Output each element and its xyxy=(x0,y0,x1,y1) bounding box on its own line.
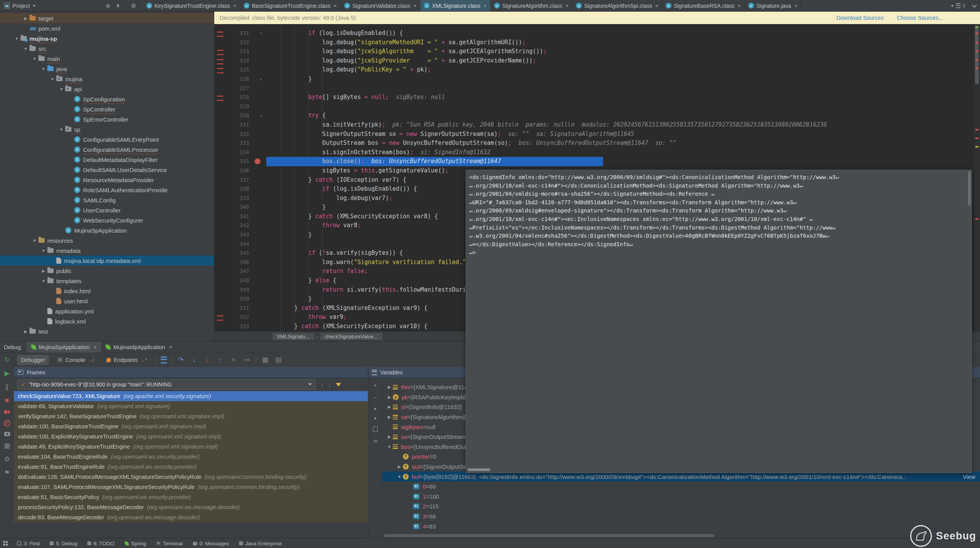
hidden-tabs-dropdown[interactable]: 3 xyxy=(951,0,980,11)
tree-collapsed-icon[interactable]: ▶ xyxy=(22,329,29,334)
editor-tab[interactable]: cBaseSignatureTrustEngine.class× xyxy=(240,0,341,11)
variable-row-0[interactable]: 010 = 60 xyxy=(382,482,980,492)
stack-frame-row[interactable]: evaluate:104, BaseTrustEngineRule(org.op… xyxy=(14,452,368,462)
tree-item-test[interactable]: ▶test xyxy=(0,326,214,336)
stack-frame-row[interactable]: validate:49, ExplicitKeySignatureTrustEn… xyxy=(14,442,368,452)
tree-expanded-icon[interactable]: ▼ xyxy=(57,87,65,91)
tree-item-RoleSAMLAuthenticationProvide[interactable]: cRoleSAMLAuthenticationProvide xyxy=(0,185,214,195)
view-breakpoints-icon[interactable] xyxy=(4,410,10,414)
prev-frame-icon[interactable]: ↑ xyxy=(321,381,324,388)
editor-tab[interactable]: cSignatureBaseRSA.class× xyxy=(662,0,745,11)
view-link[interactable]: View xyxy=(963,473,975,480)
tree-expanded-icon[interactable]: ▼ xyxy=(40,279,47,283)
close-icon[interactable]: × xyxy=(738,3,741,9)
close-icon[interactable]: × xyxy=(655,3,658,9)
popup-vscrollbar-thumb[interactable] xyxy=(968,171,971,205)
chevron-icon[interactable] xyxy=(972,3,977,8)
close-icon[interactable]: × xyxy=(413,3,416,9)
layout-settings-icon[interactable]: ▤ xyxy=(274,356,283,364)
tree-item-SpController[interactable]: cSpController xyxy=(0,104,214,114)
stack-frame-row[interactable]: checkSignatureValue:723, XMLSignature(or… xyxy=(14,391,368,401)
show-watches-icon[interactable]: ∞ xyxy=(373,438,377,444)
close-icon[interactable]: × xyxy=(233,3,236,9)
move-up-icon[interactable]: ▲ xyxy=(373,406,377,411)
stack-frame-row[interactable]: processSecurityPolicy:132, BaseMessageDe… xyxy=(14,502,368,512)
close-icon[interactable]: × xyxy=(794,3,797,9)
tree-expanded-icon[interactable]: ▼ xyxy=(22,47,29,51)
tool-tab-console[interactable]: ▸Console→| xyxy=(54,355,98,365)
pause-icon[interactable]: ∥ xyxy=(3,383,11,391)
tree-item-SpErrorController[interactable]: cSpErrorController xyxy=(0,114,214,124)
status-item-debug[interactable]: 5: Debug xyxy=(45,538,82,548)
status-item-messages[interactable]: 0: Messages xyxy=(188,538,234,548)
editor-tab[interactable]: cSignature.java× xyxy=(745,0,801,11)
tree-item-mujina[interactable]: ▼mujina xyxy=(0,74,214,84)
tree-item-api[interactable]: ▼api xyxy=(0,84,214,94)
stack-frame-row[interactable]: evaluate:107, SAMLProtocolMessageXMLSign… xyxy=(14,482,368,492)
tool-window-quick-access-icon[interactable] xyxy=(3,541,8,546)
duplicate-icon[interactable] xyxy=(373,426,378,432)
editor-scrollbar[interactable] xyxy=(974,24,980,331)
tree-item-ConfigurableSAMLEntryPoint[interactable]: cConfigurableSAMLEntryPoint xyxy=(0,134,214,144)
status-item-todo[interactable]: 6: TODO xyxy=(82,538,120,548)
variable-row-1[interactable]: 011 = 100 xyxy=(382,492,980,502)
tree-item-WebSecurityConfigurer[interactable]: cWebSecurityConfigurer xyxy=(0,215,214,225)
gear-icon[interactable]: ⚙ xyxy=(131,2,136,9)
editor-tab[interactable]: cKeySignatureTrustEngine.class× xyxy=(143,0,240,11)
tree-collapsed-icon[interactable]: ▶ xyxy=(386,435,393,439)
tree-collapsed-icon[interactable]: ▶ xyxy=(386,405,393,409)
tree-item-ResourceMetadataProvider[interactable]: cResourceMetadataProvider xyxy=(0,175,214,185)
run-to-cursor-icon[interactable]: ↦ xyxy=(243,356,251,364)
resume-icon[interactable]: ▶ xyxy=(3,369,11,378)
debug-session-tab[interactable]: MujinaSpApplication× xyxy=(27,341,101,353)
variable-row-2[interactable]: 012 = 115 xyxy=(382,501,980,511)
tree-collapsed-icon[interactable]: ▶ xyxy=(22,16,29,21)
tree-item-resources[interactable]: ▼resources xyxy=(0,235,214,245)
close-icon[interactable]: × xyxy=(334,3,337,9)
tree-collapsed-icon[interactable]: ▶ xyxy=(396,464,403,469)
close-icon[interactable]: × xyxy=(565,3,569,9)
tree-item-SpConfiguration[interactable]: cSpConfiguration xyxy=(0,94,214,104)
tree-item-SAMLConfig[interactable]: cSAMLConfig xyxy=(0,195,214,205)
variable-row-4[interactable]: 014 = 83 xyxy=(382,521,980,531)
tree-item-public[interactable]: ▶public xyxy=(0,266,214,276)
stack-frame-row[interactable]: validate:69, SignatureValidator(org.open… xyxy=(14,401,368,411)
tree-expanded-icon[interactable]: ▼ xyxy=(396,475,403,479)
tree-item-src[interactable]: ▼src xyxy=(0,43,214,54)
tree-item-DefaultSAMLUserDetailsService[interactable]: cDefaultSAMLUserDetailsService xyxy=(0,165,214,175)
download-sources-link[interactable]: Download Sources xyxy=(836,15,884,21)
editor-tab[interactable]: cSignatureAlgorithm.class× xyxy=(491,0,572,11)
tool-tab-debugger[interactable]: Debugger xyxy=(17,355,49,365)
variables-hscrollbar-thumb[interactable] xyxy=(384,534,714,537)
breadcrumb-class[interactable]: XMLSignatu... xyxy=(272,333,314,340)
thread-dropdown[interactable]: ✓ "http-nio-9090-exec-9"@10,900 in group… xyxy=(17,379,316,390)
step-over-icon[interactable]: ↷ xyxy=(177,356,185,364)
tree-item-logback.xml[interactable]: logback.xml xyxy=(0,316,214,326)
tree-expanded-icon[interactable]: ▼ xyxy=(31,238,38,243)
stop-icon[interactable]: ■ xyxy=(3,397,11,404)
tree-expanded-icon[interactable]: ▼ xyxy=(40,67,47,71)
tree-item-mujina-sp[interactable]: ▼mujina-sp xyxy=(0,33,214,43)
project-tool-window-selector[interactable]: Project xyxy=(0,0,106,11)
tree-item-application.yml[interactable]: application.yml xyxy=(0,306,214,316)
tree-item-ConfigurableSAMLProcessor[interactable]: cConfigurableSAMLProcessor xyxy=(0,144,214,155)
tree-item-metadata[interactable]: ▼metadata xyxy=(0,245,214,256)
tree-expanded-icon[interactable]: ▼ xyxy=(31,57,38,61)
tree-item-sp[interactable]: ▼sp xyxy=(0,124,214,134)
hide-library-frames-icon[interactable] xyxy=(336,383,341,386)
editor-tab[interactable]: cXMLSignature.class× xyxy=(420,0,491,11)
tree-item-MujinaSpApplication[interactable]: cMujinaSpApplication xyxy=(0,225,214,235)
status-item-javaee[interactable]: Java Enterprise xyxy=(234,538,287,548)
step-out-icon[interactable]: ↑ xyxy=(216,356,225,364)
stack-frame-row[interactable]: evaluate:91, BaseTrustEngineRule(org.ope… xyxy=(14,462,368,472)
tree-item-pom.xml[interactable]: mpom.xml xyxy=(0,23,214,33)
remove-watch-icon[interactable]: − xyxy=(374,394,377,400)
variable-row-3[interactable]: 013 = 58 xyxy=(382,511,980,522)
step-into-icon[interactable]: ↓ xyxy=(190,356,198,364)
tree-item-java[interactable]: ▼java xyxy=(0,64,214,74)
mute-breakpoints-icon[interactable] xyxy=(4,420,10,426)
editor-tab[interactable]: cSignatureAlgorithmSpi.class× xyxy=(572,0,662,11)
rerun-icon[interactable]: ↻ xyxy=(3,356,11,364)
stack-frame-row[interactable]: decode:83, BaseMessageDecoder(org.opensa… xyxy=(14,512,368,522)
tree-item-UserController[interactable]: cUserController xyxy=(0,205,214,215)
